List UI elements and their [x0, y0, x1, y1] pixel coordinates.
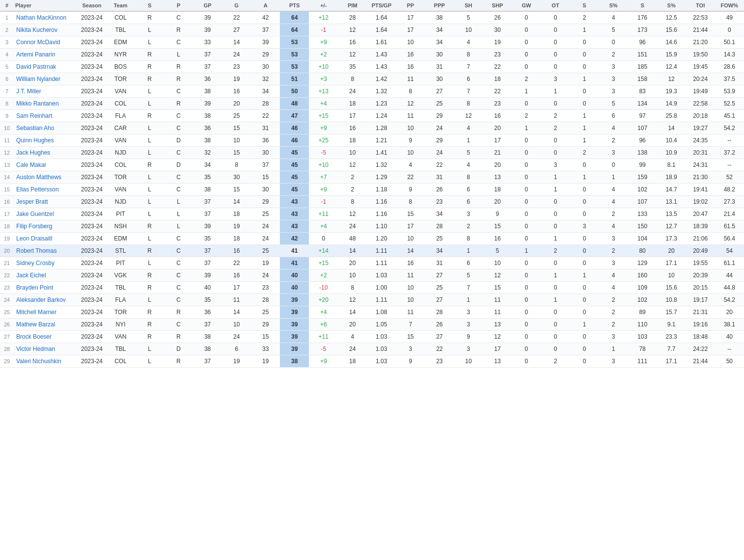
cell-name[interactable]: William Nylander — [14, 73, 78, 85]
table-row[interactable]: 15 Elias Pettersson 2023-24 VAN L C 38 1… — [0, 184, 744, 196]
table-row[interactable]: 23 Brayden Point 2023-24 TBL R C 40 17 2… — [0, 282, 744, 294]
cell-rank: 10 — [0, 122, 14, 134]
table-row[interactable]: 4 Artemi Panarin 2023-24 NYR R L 37 24 2… — [0, 49, 744, 61]
cell-name[interactable]: Auston Matthews — [14, 171, 78, 184]
cell-name[interactable]: Sidney Crosby — [14, 257, 78, 269]
cell-name[interactable]: Elias Pettersson — [14, 184, 78, 196]
cell-rank: 22 — [0, 269, 14, 282]
cell-team: TBL — [106, 343, 135, 355]
cell-rank: 25 — [0, 306, 14, 319]
cell-shp: 18 — [483, 184, 512, 196]
cell-ptsgp: 1.18 — [367, 184, 396, 196]
table-row[interactable]: 29 Valeri Nichushkin 2023-24 COL L R 37 … — [0, 355, 744, 368]
cell-name[interactable]: Sam Reinhart — [14, 110, 78, 122]
cell-season: 2023-24 — [78, 24, 106, 36]
cell-team: NYR — [106, 49, 135, 61]
table-row[interactable]: 16 Jesper Bratt 2023-24 NJD L L 37 14 29… — [0, 196, 744, 208]
cell-ot: 2 — [541, 245, 570, 257]
cell-gw: 0 — [512, 269, 541, 282]
cell-name[interactable]: Jake Guentzel — [14, 208, 78, 220]
cell-name[interactable]: Valeri Nichushkin — [14, 355, 78, 368]
table-row[interactable]: 3 Connor McDavid 2023-24 EDM L C 33 14 3… — [0, 36, 744, 49]
cell-name[interactable]: Connor McDavid — [14, 36, 78, 49]
table-row[interactable]: 11 Quinn Hughes 2023-24 VAN L D 38 10 36… — [0, 134, 744, 147]
cell-name[interactable]: Robert Thomas — [14, 245, 78, 257]
cell-shoots: R — [135, 220, 164, 233]
cell-a: 24 — [251, 220, 280, 233]
cell-name[interactable]: Brayden Point — [14, 282, 78, 294]
cell-name[interactable]: Mikko Rantanen — [14, 98, 78, 110]
cell-toi: 20:47 — [686, 208, 715, 220]
table-row[interactable]: 21 Sidney Crosby 2023-24 PIT L C 37 22 1… — [0, 257, 744, 269]
table-row[interactable]: 13 Cale Makar 2023-24 COL R D 34 8 37 45… — [0, 159, 744, 171]
cell-a: 34 — [251, 85, 280, 98]
table-row[interactable]: 25 Mitchell Marner 2023-24 TOR R R 36 14… — [0, 306, 744, 319]
cell-pp: 17 — [396, 24, 425, 36]
table-row[interactable]: 7 J.T. Miller 2023-24 VAN L C 38 16 34 5… — [0, 85, 744, 98]
cell-plusminus: +3 — [309, 73, 338, 85]
table-row[interactable]: 2 Nikita Kucherov 2023-24 TBL L R 39 27 … — [0, 24, 744, 36]
cell-name[interactable]: Jack Eichel — [14, 269, 78, 282]
cell-ptsgp: 1.11 — [367, 245, 396, 257]
cell-plusminus: +15 — [309, 257, 338, 269]
cell-name[interactable]: Quinn Hughes — [14, 134, 78, 147]
cell-a: 25 — [251, 208, 280, 220]
cell-name[interactable]: Sebastian Aho — [14, 122, 78, 134]
table-row[interactable]: 5 David Pastrnak 2023-24 BOS R R 37 23 3… — [0, 61, 744, 73]
cell-pos: L — [164, 208, 193, 220]
cell-name[interactable]: Nikita Kucherov — [14, 24, 78, 36]
cell-season: 2023-24 — [78, 257, 106, 269]
cell-plusminus: +2 — [309, 269, 338, 282]
cell-name[interactable]: Nathan MacKinnon — [14, 11, 78, 24]
table-row[interactable]: 24 Aleksander Barkov 2023-24 FLA L C 35 … — [0, 294, 744, 306]
table-row[interactable]: 20 Robert Thomas 2023-24 STL R C 37 16 2… — [0, 245, 744, 257]
cell-name[interactable]: Victor Hedman — [14, 343, 78, 355]
cell-fow: 52.5 — [715, 98, 744, 110]
table-row[interactable]: 1 Nathan MacKinnon 2023-24 COL R C 39 22… — [0, 11, 744, 24]
table-row[interactable]: 12 Jack Hughes 2023-24 NJD L C 32 15 30 … — [0, 147, 744, 159]
table-row[interactable]: 9 Sam Reinhart 2023-24 FLA R C 38 25 22 … — [0, 110, 744, 122]
table-row[interactable]: 19 Leon Draisaitl 2023-24 EDM L C 35 18 … — [0, 233, 744, 245]
cell-name[interactable]: David Pastrnak — [14, 61, 78, 73]
cell-name[interactable]: Mitchell Marner — [14, 306, 78, 319]
table-row[interactable]: 28 Victor Hedman 2023-24 TBL L D 38 6 33… — [0, 343, 744, 355]
cell-pim: 12 — [338, 208, 367, 220]
cell-shoots: L — [135, 24, 164, 36]
cell-name[interactable]: Leon Draisaitl — [14, 233, 78, 245]
cell-shot-pct: 19.3 — [657, 85, 686, 98]
cell-name[interactable]: Mathew Barzal — [14, 319, 78, 331]
cell-pts: 45 — [280, 159, 309, 171]
table-row[interactable]: 8 Mikko Rantanen 2023-24 COL L R 39 20 2… — [0, 98, 744, 110]
cell-team: NJD — [106, 196, 135, 208]
cell-name[interactable]: Artemi Panarin — [14, 49, 78, 61]
cell-ptsgp: 1.11 — [367, 257, 396, 269]
table-row[interactable]: 10 Sebastian Aho 2023-24 CAR L C 36 15 3… — [0, 122, 744, 134]
table-row[interactable]: 6 William Nylander 2023-24 TOR R R 36 19… — [0, 73, 744, 85]
cell-fow: 50 — [715, 355, 744, 368]
cell-g: 19 — [222, 355, 251, 368]
table-row[interactable]: 26 Mathew Barzal 2023-24 NYI R C 37 10 2… — [0, 319, 744, 331]
cell-fow: 49 — [715, 11, 744, 24]
cell-name[interactable]: Aleksander Barkov — [14, 294, 78, 306]
table-row[interactable]: 17 Jake Guentzel 2023-24 PIT L L 37 18 2… — [0, 208, 744, 220]
cell-shp: 13 — [483, 355, 512, 368]
cell-name[interactable]: Brock Boeser — [14, 331, 78, 343]
table-row[interactable]: 14 Auston Matthews 2023-24 TOR L C 35 30… — [0, 171, 744, 184]
table-row[interactable]: 22 Jack Eichel 2023-24 VGK R C 39 16 24 … — [0, 269, 744, 282]
cell-a: 37 — [251, 24, 280, 36]
cell-name[interactable]: Filip Forsberg — [14, 220, 78, 233]
cell-g: 16 — [222, 269, 251, 282]
cell-name[interactable]: Cale Makar — [14, 159, 78, 171]
cell-name[interactable]: Jack Hughes — [14, 147, 78, 159]
cell-pos: C — [164, 269, 193, 282]
table-row[interactable]: 18 Filip Forsberg 2023-24 NSH R L 39 19 … — [0, 220, 744, 233]
cell-name[interactable]: Jesper Bratt — [14, 196, 78, 208]
cell-plusminus: +25 — [309, 134, 338, 147]
table-row[interactable]: 27 Brock Boeser 2023-24 VAN R R 38 24 15… — [0, 331, 744, 343]
cell-toi: 20:49 — [686, 245, 715, 257]
cell-spct: 3 — [599, 85, 628, 98]
cell-pp: 10 — [396, 36, 425, 49]
cell-toi: 19:45 — [686, 61, 715, 73]
cell-shot-pct: 12.7 — [657, 220, 686, 233]
cell-name[interactable]: J.T. Miller — [14, 85, 78, 98]
